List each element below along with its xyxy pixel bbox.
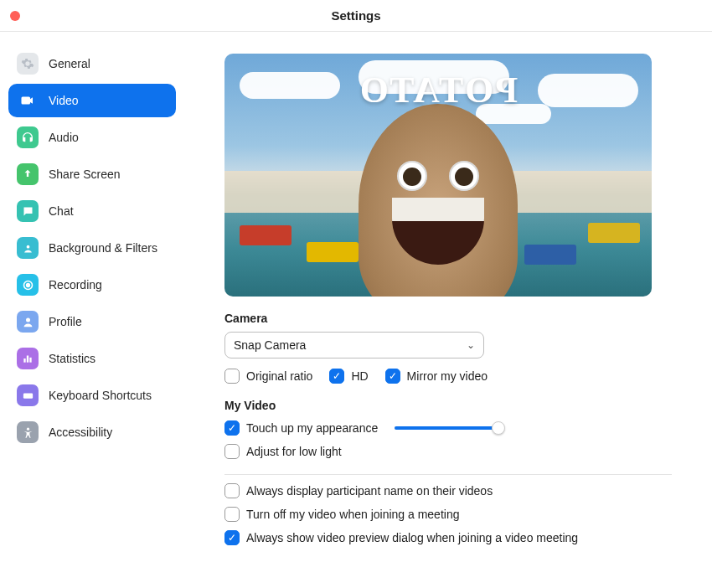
sidebar-item-label: Share Screen [49, 168, 121, 181]
content: General Video Audio Share Screen Chat [0, 32, 712, 588]
person-frame-icon [17, 237, 39, 259]
svg-point-2 [26, 283, 29, 286]
bar-chart-icon [17, 348, 39, 369]
checkbox-box: ✓ [224, 420, 240, 436]
sidebar-item-video[interactable]: Video [8, 84, 176, 117]
checkbox-label: Touch up my appearance [246, 421, 378, 435]
mirror-video-checkbox[interactable]: ✓ Mirror my video [385, 369, 488, 384]
sidebar-item-audio[interactable]: Audio [8, 121, 176, 154]
profile-icon [17, 311, 39, 333]
window-controls [10, 11, 20, 21]
gear-icon [17, 53, 39, 75]
video-preview-dialog-checkbox[interactable]: ✓ Always show video preview dialog when … [224, 530, 672, 545]
camera-select[interactable]: Snap Camera ⌄ [224, 332, 484, 358]
more-options: Always display participant name on their… [224, 483, 672, 545]
checkbox-label: HD [351, 369, 368, 383]
svg-point-3 [26, 317, 30, 322]
checkbox-box: ✓ [385, 369, 400, 384]
sidebar-item-chat[interactable]: Chat [8, 194, 176, 228]
touch-up-checkbox[interactable]: ✓ Touch up my appearance [224, 420, 672, 436]
original-ratio-checkbox[interactable]: Original ratio [224, 369, 312, 384]
sidebar-item-statistics[interactable]: Statistics [8, 342, 176, 375]
titlebar: Settings [0, 0, 712, 32]
accessibility-icon [17, 421, 39, 443]
divider [224, 474, 672, 475]
svg-rect-4 [23, 358, 25, 363]
checkbox-label: Original ratio [246, 369, 312, 383]
chevron-down-icon: ⌄ [467, 339, 475, 351]
sidebar: General Video Audio Share Screen Chat [0, 32, 184, 588]
close-window-button[interactable] [10, 11, 20, 21]
hd-checkbox[interactable]: ✓ HD [329, 369, 368, 384]
checkbox-label: Mirror my video [407, 369, 488, 383]
video-preview: POTATO [224, 54, 652, 297]
sidebar-item-background-filters[interactable]: Background & Filters [8, 231, 176, 265]
headphones-icon [17, 126, 39, 148]
camera-select-value: Snap Camera [234, 338, 306, 352]
sidebar-item-label: Video [49, 94, 79, 107]
svg-rect-7 [23, 393, 32, 398]
sidebar-item-profile[interactable]: Profile [8, 305, 176, 338]
sidebar-item-general[interactable]: General [8, 47, 176, 80]
record-icon [17, 274, 39, 296]
checkbox-label: Adjust for low light [246, 445, 342, 458]
camera-section-label: Camera [224, 312, 672, 325]
my-video-options: ✓ Touch up my appearance Adjust for low … [224, 420, 672, 459]
sidebar-item-label: Audio [49, 131, 79, 144]
sidebar-item-accessibility[interactable]: Accessibility [8, 415, 176, 449]
checkbox-box [224, 483, 240, 498]
sidebar-item-label: Chat [49, 204, 74, 218]
checkbox-box [224, 369, 240, 384]
sidebar-item-share-screen[interactable]: Share Screen [8, 157, 176, 191]
checkbox-box [224, 507, 240, 522]
sidebar-item-label: General [49, 57, 90, 70]
checkbox-label: Always show video preview dialog when jo… [246, 531, 578, 544]
checkbox-box: ✓ [329, 369, 344, 384]
sidebar-item-label: Accessibility [49, 426, 112, 439]
svg-point-0 [26, 245, 29, 248]
touch-up-slider[interactable] [395, 426, 503, 430]
sidebar-item-label: Background & Filters [49, 241, 157, 255]
video-camera-icon [17, 90, 39, 111]
camera-options-row: Original ratio ✓ HD ✓ Mirror my video [224, 369, 672, 384]
sidebar-item-label: Recording [49, 278, 102, 291]
checkbox-label: Always display participant name on their… [246, 484, 493, 498]
keyboard-icon [17, 384, 39, 406]
svg-rect-5 [27, 356, 28, 363]
share-screen-icon [17, 163, 39, 185]
svg-point-8 [26, 427, 28, 430]
chat-bubble-icon [17, 200, 39, 222]
display-participant-name-checkbox[interactable]: Always display participant name on their… [224, 483, 672, 498]
sidebar-item-label: Statistics [49, 352, 95, 365]
checkbox-label: Turn off my video when joining a meeting [246, 508, 459, 521]
sidebar-item-keyboard-shortcuts[interactable]: Keyboard Shortcuts [8, 379, 176, 412]
main-panel: POTATO Camera Snap Camera ⌄ Original rat… [184, 32, 712, 588]
turn-off-video-join-checkbox[interactable]: Turn off my video when joining a meeting [224, 507, 672, 522]
checkbox-box [224, 444, 240, 459]
sidebar-item-label: Keyboard Shortcuts [49, 389, 152, 402]
window-title: Settings [331, 8, 380, 23]
svg-rect-6 [29, 358, 31, 363]
sidebar-item-label: Profile [49, 315, 82, 328]
checkbox-box: ✓ [224, 530, 240, 545]
sidebar-item-recording[interactable]: Recording [8, 268, 176, 302]
my-video-section-label: My Video [224, 399, 672, 412]
preview-overlay-text: POTATO [359, 69, 518, 111]
low-light-checkbox[interactable]: Adjust for low light [224, 444, 672, 459]
